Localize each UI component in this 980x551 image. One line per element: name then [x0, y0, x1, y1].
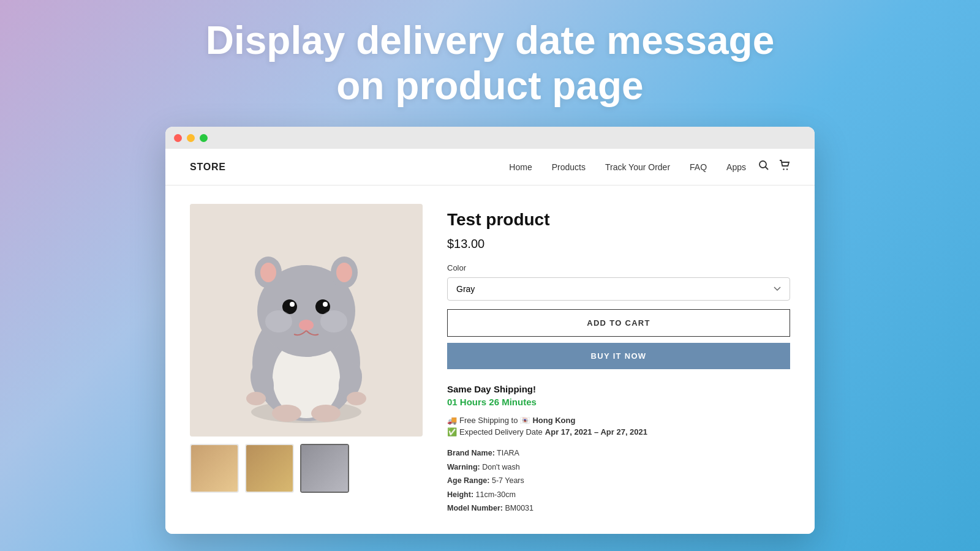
store-logo: STORE: [190, 162, 226, 173]
thumbnail-3[interactable]: [300, 444, 349, 493]
browser-chrome: [165, 127, 815, 149]
age-label: Age Range:: [447, 476, 489, 485]
svg-point-24: [272, 405, 301, 422]
model-value: BM0031: [505, 504, 533, 512]
delivery-label: Expected Delivery Date: [459, 427, 543, 437]
age-value: 5-7 Years: [492, 476, 524, 485]
svg-line-1: [766, 167, 769, 170]
cart-icon[interactable]: [779, 160, 790, 174]
meta-model: Model Number: BM0031: [447, 501, 790, 515]
color-label: Color: [447, 263, 790, 272]
nav-item-home[interactable]: Home: [509, 162, 532, 173]
svg-point-10: [260, 263, 276, 282]
svg-point-3: [786, 168, 788, 170]
meta-age: Age Range: 5-7 Years: [447, 474, 790, 488]
nav-link-apps[interactable]: Apps: [726, 162, 746, 172]
main-product-image: [190, 204, 423, 437]
nav-link-track[interactable]: Track Your Order: [605, 162, 670, 172]
meta-height: Height: 11cm-30cm: [447, 488, 790, 502]
delivery-info: ✅ Expected Delivery Date Apr 17, 2021 – …: [447, 427, 790, 437]
meta-warning: Warning: Don't wash: [447, 460, 790, 474]
buy-now-button[interactable]: BUY IT NOW: [447, 343, 790, 369]
countdown-timer: 01 Hours 26 Minutes: [447, 397, 790, 407]
add-to-cart-button[interactable]: ADD TO CART: [447, 309, 790, 337]
browser-window: STORE Home Products Track Your Order FAQ…: [165, 127, 815, 534]
color-select[interactable]: Gray Brown White: [447, 277, 790, 301]
svg-point-18: [265, 310, 292, 332]
hero-title: Display delivery date message on product…: [206, 18, 775, 108]
close-button[interactable]: [174, 134, 182, 142]
brand-label: Brand Name:: [447, 449, 495, 457]
same-day-shipping-label: Same Day Shipping!: [447, 384, 790, 394]
nav-links: Home Products Track Your Order FAQ Apps: [509, 162, 746, 173]
nav-item-products[interactable]: Products: [552, 162, 586, 173]
svg-point-14: [290, 302, 295, 307]
thumbnail-2[interactable]: [245, 444, 294, 493]
hero-section: Display delivery date message on product…: [206, 18, 775, 127]
svg-point-0: [760, 161, 766, 168]
shipping-section: Same Day Shipping! 01 Hours 26 Minutes 🚚…: [447, 384, 790, 437]
nav-item-apps[interactable]: Apps: [726, 162, 746, 173]
nav-link-products[interactable]: Products: [552, 162, 586, 172]
svg-point-16: [323, 302, 328, 307]
nav-item-track[interactable]: Track Your Order: [605, 162, 670, 173]
svg-point-21: [246, 392, 266, 405]
svg-point-19: [320, 310, 347, 332]
nav-icons: [758, 160, 790, 174]
product-title: Test product: [447, 210, 790, 230]
product-images: [190, 204, 423, 515]
product-image-svg: [190, 204, 423, 437]
svg-point-2: [783, 168, 784, 170]
height-value: 11cm-30cm: [476, 490, 516, 499]
svg-point-25: [311, 405, 341, 422]
warning-label: Warning:: [447, 463, 480, 471]
product-price: $13.00: [447, 237, 790, 251]
model-label: Model Number:: [447, 504, 503, 512]
height-label: Height:: [447, 490, 473, 499]
thumbnail-1[interactable]: [190, 444, 239, 493]
delivery-dates: Apr 17, 2021 – Apr 27, 2021: [545, 427, 647, 437]
product-meta: Brand Name: TIARA Warning: Don't wash Ag…: [447, 446, 790, 515]
country-flag: 🇾🇹: [520, 416, 530, 425]
nav-link-faq[interactable]: FAQ: [690, 162, 707, 172]
free-shipping-text: Free Shipping to: [459, 416, 518, 425]
country-name: Hong Kong: [532, 416, 575, 425]
check-icon: ✅: [447, 427, 457, 437]
free-shipping-info: 🚚 Free Shipping to 🇾🇹 Hong Kong: [447, 416, 790, 425]
product-thumbnails: [190, 444, 423, 493]
minimize-button[interactable]: [187, 134, 195, 142]
brand-value: TIARA: [497, 449, 519, 457]
svg-point-12: [336, 263, 352, 282]
svg-point-23: [347, 392, 366, 405]
meta-brand: Brand Name: TIARA: [447, 446, 790, 460]
truck-emoji: 🚚: [447, 416, 457, 425]
svg-point-17: [299, 320, 314, 331]
nav-item-faq[interactable]: FAQ: [690, 162, 707, 173]
store-page: STORE Home Products Track Your Order FAQ…: [165, 149, 815, 534]
product-details: Test product $13.00 Color Gray Brown Whi…: [447, 204, 790, 515]
product-layout: Test product $13.00 Color Gray Brown Whi…: [165, 186, 815, 534]
maximize-button[interactable]: [200, 134, 208, 142]
navigation: STORE Home Products Track Your Order FAQ…: [165, 149, 815, 186]
search-icon[interactable]: [758, 160, 769, 174]
warning-value: Don't wash: [482, 463, 519, 471]
nav-link-home[interactable]: Home: [509, 162, 532, 172]
